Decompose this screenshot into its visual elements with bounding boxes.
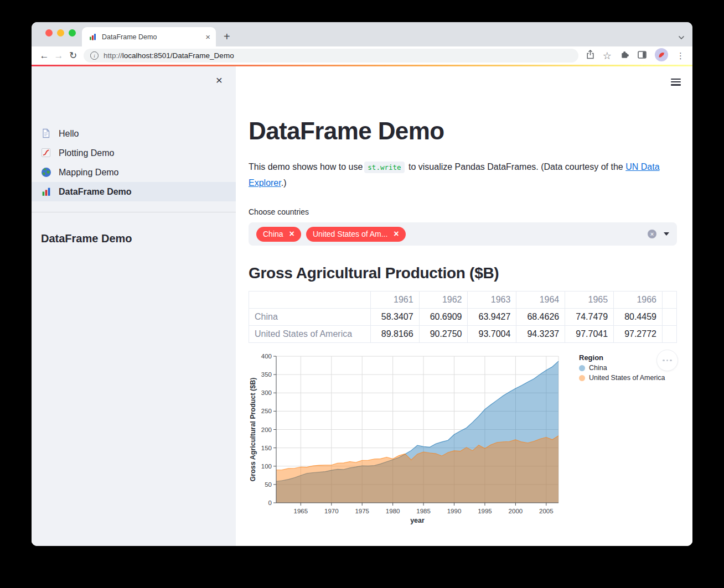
bar-chart-icon: [41, 186, 51, 197]
intro-paragraph: This demo shows how to usest.write to vi…: [249, 159, 677, 191]
table-header-cell: 1961: [370, 292, 419, 309]
svg-text:350: 350: [261, 371, 272, 378]
new-tab-button[interactable]: +: [224, 31, 230, 42]
table-cell: 58.3407: [370, 309, 419, 326]
area-chart: 0501001502002503003504001965197019751980…: [249, 353, 567, 526]
sidebar-item-label: Plotting Demo: [59, 148, 115, 158]
svg-text:Gross Agricultural Product ($B: Gross Agricultural Product ($B): [249, 378, 257, 482]
table-cell: 74.7479: [565, 309, 614, 326]
profile-avatar[interactable]: [655, 48, 668, 64]
table-cell: 60.6909: [419, 309, 468, 326]
svg-text:0: 0: [268, 499, 272, 506]
sidebar-close-icon[interactable]: ×: [214, 72, 225, 88]
selected-tag-label: China: [263, 230, 283, 238]
chart-actions-button[interactable]: [656, 350, 678, 371]
browser-menu-icon[interactable]: ⋮: [676, 51, 685, 61]
table-cell: 94.3237: [516, 326, 565, 343]
share-icon[interactable]: [586, 50, 594, 61]
tab-close-icon[interactable]: ×: [204, 32, 211, 42]
svg-text:300: 300: [261, 389, 272, 396]
maximize-window-button[interactable]: [69, 29, 76, 37]
selected-tag[interactable]: United States of Am...×: [306, 227, 406, 242]
browser-window: DataFrame Demo × + ← → ↻ i http://localh…: [32, 22, 692, 546]
browser-tab-bar: DataFrame Demo × +: [32, 22, 692, 46]
svg-text:year: year: [410, 517, 425, 524]
sidebar-page-title: DataFrame Demo: [41, 232, 236, 245]
svg-text:250: 250: [261, 408, 272, 414]
sidebar-item-dataframe-demo[interactable]: DataFrame Demo: [32, 182, 236, 201]
multiselect-input[interactable]: China×United States of Am...× ×: [249, 222, 677, 246]
section-title: Gross Agricultural Production ($B): [249, 264, 677, 282]
browser-tab[interactable]: DataFrame Demo ×: [82, 27, 216, 46]
table-row: United States of America89.816690.275093…: [249, 326, 677, 343]
extensions-puzzle-icon[interactable]: [620, 50, 629, 61]
tab-search-chevron-icon[interactable]: [678, 32, 685, 42]
svg-text:150: 150: [261, 445, 272, 451]
tab-title: DataFrame Demo: [102, 33, 199, 41]
side-panel-icon[interactable]: [638, 51, 647, 61]
svg-text:100: 100: [261, 463, 272, 470]
selected-tag[interactable]: China×: [256, 227, 301, 242]
svg-text:200: 200: [261, 426, 272, 433]
sidebar-divider: [32, 212, 236, 212]
legend-swatch: [579, 375, 585, 381]
legend-label: China: [589, 364, 607, 372]
table-cell: 63.9427: [468, 309, 516, 326]
area-chart-section: 0501001502002503003504001965197019751980…: [249, 353, 677, 526]
sidebar-item-label: DataFrame Demo: [59, 187, 132, 197]
app-menu-icon[interactable]: [670, 76, 682, 88]
table-cell: 89.8166: [370, 326, 419, 343]
selected-tag-label: United States of Am...: [313, 230, 387, 238]
svg-text:50: 50: [265, 481, 272, 488]
sidebar: × HelloPlotting DemoMapping DemoDataFram…: [32, 66, 236, 546]
sidebar-item-label: Hello: [59, 129, 79, 139]
sidebar-item-hello[interactable]: Hello: [32, 124, 236, 143]
table-cell: 97.7041: [565, 326, 614, 343]
svg-text:1965: 1965: [294, 508, 308, 514]
dataframe-table: 196119621963196419651966 China58.340760.…: [249, 291, 677, 343]
back-button[interactable]: ←: [37, 51, 51, 60]
forward-button[interactable]: →: [51, 51, 66, 60]
svg-text:1980: 1980: [386, 508, 400, 514]
legend-item: China: [579, 364, 665, 372]
main-content: DataFrame Demo This demo shows how to us…: [236, 66, 692, 546]
site-info-icon[interactable]: i: [90, 51, 99, 60]
table-cell: 68.4626: [516, 309, 565, 326]
sidebar-item-mapping-demo[interactable]: Mapping Demo: [32, 163, 236, 182]
table-cell: 90.2750: [419, 326, 468, 343]
svg-text:1985: 1985: [416, 508, 431, 514]
table-header-cell: [249, 292, 371, 309]
clear-all-icon[interactable]: ×: [648, 230, 656, 238]
svg-text:1975: 1975: [355, 508, 369, 514]
table-header-cell: 1965: [565, 292, 614, 309]
table-header-cell: [662, 292, 676, 309]
close-window-button[interactable]: [45, 29, 53, 37]
legend-item: United States of America: [579, 374, 665, 382]
table-cell: 93.7004: [468, 326, 516, 343]
remove-tag-icon[interactable]: ×: [289, 230, 294, 238]
legend-title: Region: [579, 353, 665, 362]
row-label: United States of America: [249, 326, 371, 343]
minimize-window-button[interactable]: [57, 29, 64, 37]
line-chart-icon: [41, 148, 51, 158]
table-cell: [662, 309, 676, 326]
sidebar-item-label: Mapping Demo: [59, 168, 119, 178]
browser-toolbar: ← → ↻ i http://localhost:8501/DataFrame_…: [32, 46, 692, 65]
table-header-cell: 1962: [419, 292, 468, 309]
table-header-cell: 1964: [516, 292, 565, 309]
bookmark-star-icon[interactable]: ☆: [603, 51, 612, 61]
svg-text:400: 400: [261, 353, 272, 360]
reload-button[interactable]: ↻: [66, 51, 80, 60]
address-bar[interactable]: i http://localhost:8501/DataFrame_Demo: [84, 49, 578, 63]
dropdown-caret-icon[interactable]: [664, 232, 669, 236]
table-row: China58.340760.690963.942768.462674.7479…: [249, 309, 677, 326]
url-text: http://localhost:8501/DataFrame_Demo: [104, 51, 234, 60]
window-controls: [45, 29, 76, 37]
remove-tag-icon[interactable]: ×: [394, 230, 399, 238]
svg-text:1970: 1970: [324, 508, 339, 514]
chart-legend: Region ChinaUnited States of America: [579, 353, 665, 382]
sidebar-item-plotting-demo[interactable]: Plotting Demo: [32, 143, 236, 163]
legend-label: United States of America: [589, 374, 665, 382]
svg-text:2000: 2000: [509, 508, 523, 514]
table-cell: 97.2772: [614, 326, 663, 343]
